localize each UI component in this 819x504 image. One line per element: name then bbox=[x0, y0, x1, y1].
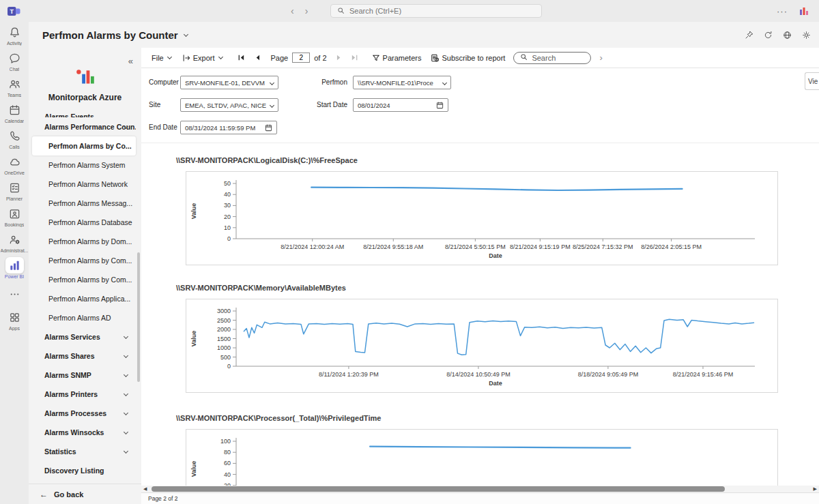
subscribe-button[interactable]: Subscribe to report bbox=[431, 54, 505, 62]
sidebar-item-perfmon-alarms-system[interactable]: Perfmon Alarms System bbox=[32, 155, 136, 175]
report-viewer: File Export Page of 2 bbox=[141, 48, 819, 504]
monitorpack-app-icon[interactable] bbox=[799, 5, 809, 16]
sidebar-item-alarms-events[interactable]: Alarms Events bbox=[32, 108, 136, 117]
pin-icon bbox=[744, 30, 754, 40]
file-menu-label: File bbox=[152, 54, 164, 62]
globe-icon bbox=[782, 30, 792, 40]
previous-page-button[interactable] bbox=[254, 54, 261, 61]
chevron-down-icon bbox=[442, 80, 447, 85]
svg-text:8/21/2024 9:15:46 PM: 8/21/2024 9:15:46 PM bbox=[673, 371, 734, 378]
rail-item-chat[interactable]: Chat bbox=[0, 48, 29, 74]
settings-button[interactable] bbox=[799, 27, 814, 42]
collapse-sidebar-button[interactable]: « bbox=[128, 56, 133, 66]
sidebar-item-alarms-snmp[interactable]: Alarms SNMP bbox=[32, 366, 136, 385]
sidebar-item-label: Perfmon Alarms Messag... bbox=[48, 199, 132, 207]
chart-title: \\SRV-MONITORPACK\Processor(_Total)\%Pri… bbox=[176, 413, 819, 423]
sidebar-item-perfmon-alarms-by-com[interactable]: Perfmon Alarms by Com... bbox=[32, 251, 136, 270]
sidebar-item-alarms-services[interactable]: Alarms Services bbox=[32, 327, 136, 346]
apps-icon bbox=[5, 309, 24, 325]
scroll-left-arrow-icon[interactable]: ◀ bbox=[143, 486, 147, 492]
sidebar-item-label: Alarms Printers bbox=[44, 390, 98, 398]
sidebar-item-alarms-performance-coun[interactable]: Alarms Performance Coun... bbox=[32, 117, 136, 136]
sidebar-item-alarms-shares[interactable]: Alarms Shares bbox=[32, 346, 136, 366]
last-page-button[interactable] bbox=[351, 54, 358, 61]
sidebar-item-perfmon-alarms-messag[interactable]: Perfmon Alarms Messag... bbox=[32, 194, 136, 213]
chart-title: \\SRV-MONITORPACK\LogicalDisk(C:)\%FreeS… bbox=[176, 155, 819, 165]
rail-item-more[interactable] bbox=[0, 281, 29, 307]
sidebar-scrollbar[interactable] bbox=[137, 252, 140, 382]
forward-button[interactable]: › bbox=[305, 5, 308, 16]
sidebar-item-perfmon-alarms-applica[interactable]: Perfmon Alarms Applica... bbox=[32, 289, 136, 308]
rail-item-apps[interactable]: Apps bbox=[0, 307, 29, 333]
param-start-date-input[interactable]: 08/01/2024 bbox=[353, 98, 448, 112]
sidebar-item-perfmon-alarms-by-dom[interactable]: Perfmon Alarms by Dom... bbox=[32, 232, 136, 251]
rail-item-activity[interactable]: Activity bbox=[0, 22, 29, 48]
sidebar-item-label: Alarms Events bbox=[44, 113, 94, 117]
chevron-down-icon[interactable] bbox=[184, 31, 188, 36]
horizontal-scrollbar-thumb[interactable] bbox=[152, 486, 725, 492]
rail-item-label: Planner bbox=[6, 196, 23, 201]
export-menu[interactable]: Export bbox=[182, 54, 222, 62]
rail-item-onedrive[interactable]: OneDrive bbox=[0, 151, 29, 177]
rail-item-label: Activity bbox=[7, 41, 22, 46]
param-perfmon-dropdown[interactable]: \\SRV-MONFILE-01\Proce bbox=[353, 76, 451, 89]
page-number-input[interactable] bbox=[292, 53, 310, 63]
horizontal-scrollbar[interactable]: ◀ ▶ bbox=[141, 486, 819, 492]
chevron-down-icon bbox=[124, 334, 128, 339]
param-end-date-input[interactable]: 08/31/2024 11:59:59 PM bbox=[180, 121, 277, 134]
sidebar-item-alarms-processes[interactable]: Alarms Processes bbox=[32, 404, 136, 423]
rail-item-calls[interactable]: Calls bbox=[0, 125, 29, 151]
sidebar-item-label: Alarms Processes bbox=[44, 409, 106, 417]
back-button[interactable]: ‹ bbox=[291, 5, 294, 16]
rail-item-planner[interactable]: Planner bbox=[0, 177, 29, 203]
teams-app-rail: ActivityChatTeamsCalendarCallsOneDrivePl… bbox=[0, 22, 29, 504]
rail-item-administrat[interactable]: Administrat... bbox=[0, 229, 29, 255]
sidebar-item-label: Alarms Services bbox=[44, 333, 100, 341]
param-computer-dropdown[interactable]: SRV-MONFILE-01, DEVVM bbox=[180, 76, 278, 89]
chevron-down-icon bbox=[124, 411, 128, 415]
sidebar-item-label: Perfmon Alarms Network bbox=[48, 180, 128, 188]
report-page-list: Alarms EventsAlarms Performance Coun...P… bbox=[29, 108, 141, 484]
file-menu[interactable]: File bbox=[152, 54, 171, 62]
sidebar-item-perfmon-alarms-by-com[interactable]: Perfmon Alarms by Com... bbox=[32, 270, 136, 289]
sidebar-item-discovery-listing[interactable]: Discovery Listing bbox=[32, 461, 136, 480]
sidebar-item-perfmon-alarms-ad[interactable]: Perfmon Alarms AD bbox=[32, 308, 136, 327]
scroll-right-arrow-icon[interactable]: ▶ bbox=[814, 486, 817, 492]
sidebar-item-alarms-winsocks[interactable]: Alarms Winsocks bbox=[32, 423, 136, 442]
svg-text:1500: 1500 bbox=[217, 336, 231, 342]
rail-item-teams[interactable]: Teams bbox=[0, 74, 29, 100]
rail-item-bookings[interactable]: Bookings bbox=[0, 203, 29, 229]
svg-text:T: T bbox=[10, 8, 14, 15]
sidebar-item-alarms-printers[interactable]: Alarms Printers bbox=[32, 385, 136, 404]
more-options-button[interactable]: ··· bbox=[777, 6, 788, 16]
refresh-button[interactable] bbox=[760, 27, 775, 42]
svg-text:Value: Value bbox=[190, 331, 197, 347]
rail-item-calendar[interactable]: Calendar bbox=[0, 100, 29, 125]
sidebar-item-perfmon-alarms-by-co[interactable]: Perfmon Alarms by Co... bbox=[32, 136, 136, 155]
report-search-input[interactable]: Search bbox=[513, 52, 591, 64]
page-total-label: of 2 bbox=[314, 54, 326, 62]
parameters-button[interactable]: Parameters bbox=[372, 54, 422, 62]
svg-text:2000: 2000 bbox=[217, 326, 231, 333]
teams-logo-icon[interactable]: T bbox=[7, 4, 21, 18]
go-back-button[interactable]: ← Go back bbox=[29, 484, 141, 504]
next-page-button[interactable] bbox=[335, 54, 343, 61]
globe-button[interactable] bbox=[779, 27, 794, 42]
param-site-dropdown[interactable]: EMEA, SLTDV, APAC, NICE bbox=[180, 98, 278, 112]
sidebar-item-perfmon-alarms-database[interactable]: Perfmon Alarms Database bbox=[32, 213, 136, 232]
first-page-button[interactable] bbox=[238, 54, 245, 61]
param-value: 08/01/2024 bbox=[358, 102, 390, 109]
pin-button[interactable] bbox=[741, 27, 756, 42]
sidebar-item-perfmon-alarms-network[interactable]: Perfmon Alarms Network bbox=[32, 175, 136, 194]
sidebar-item-statistics[interactable]: Statistics bbox=[32, 442, 136, 461]
sidebar-item-label: Statistics bbox=[44, 447, 76, 456]
app-name: Monitorpack Azure bbox=[29, 93, 141, 102]
global-search-input[interactable]: Search (Ctrl+E) bbox=[330, 4, 542, 18]
svg-text:500: 500 bbox=[220, 354, 231, 361]
param-value: \\SRV-MONFILE-01\Proce bbox=[358, 79, 433, 87]
sidebar-item-label: Perfmon Alarms by Co... bbox=[48, 142, 132, 150]
toolbar-more-chevron[interactable]: › bbox=[599, 53, 602, 63]
rail-item-power-bi[interactable]: Power BI bbox=[0, 255, 29, 281]
rail-item-label: OneDrive bbox=[4, 171, 25, 175]
view-panel-tab[interactable]: Vie bbox=[805, 72, 819, 90]
